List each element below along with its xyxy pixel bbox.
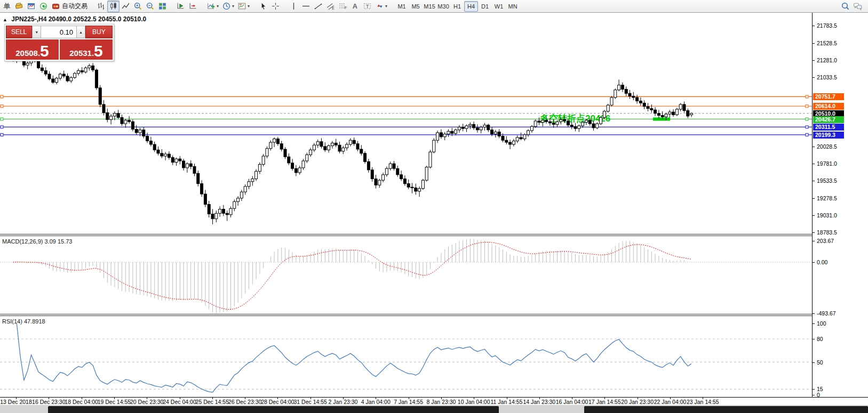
axis-tick-mark [813, 262, 815, 263]
toolbar-button-chart-window[interactable] [25, 1, 37, 12]
toolbar-button-indicators[interactable]: ▾ [205, 1, 220, 12]
candle-body [168, 154, 170, 157]
line-handle[interactable] [1, 95, 3, 98]
horizontal-line-icon [301, 2, 310, 11]
toolbar-button-new-order[interactable] [13, 1, 25, 12]
line-handle[interactable] [1, 133, 3, 136]
toolbar-button-horizontal-line[interactable] [300, 1, 312, 12]
line-handle[interactable] [1, 126, 3, 128]
time-tick-mark [310, 398, 311, 399]
toolbar-button-cursor[interactable] [257, 1, 269, 12]
toolbar-separator [283, 1, 286, 12]
toolbar-button-trend-line[interactable] [312, 1, 324, 12]
line-handle[interactable] [806, 95, 808, 98]
toolbar-button-text-label[interactable]: T [361, 1, 373, 12]
candle-body [690, 114, 693, 115]
line-chart-icon [121, 2, 130, 11]
toolbar-button-vertical-line[interactable] [288, 1, 300, 12]
line-handle[interactable] [806, 118, 808, 120]
toolbar-button-zoom-in[interactable] [132, 1, 144, 12]
timeframe-button-MN[interactable]: MN [506, 1, 520, 12]
toolbar-button-autotrading[interactable]: 自动交易 [50, 1, 89, 12]
candle-body [266, 149, 268, 156]
toolbar-button-periods[interactable]: ▾ [220, 1, 236, 12]
candle-body [349, 140, 352, 144]
price-axis[interactable]: 21783.521528.521281.021033.520028.519781… [812, 13, 868, 405]
collapse-chart-icon[interactable]: ▲ [3, 17, 7, 22]
candle-body [596, 124, 599, 128]
axis-tick-label: 19278.5 [817, 195, 837, 201]
toolbar-button-crosshair[interactable] [269, 1, 282, 12]
candle-body [298, 168, 301, 173]
trend-line-icon [314, 2, 323, 11]
toolbar-button-fibonacci[interactable]: F [337, 1, 349, 12]
line-handle[interactable] [1, 105, 3, 108]
axis-tick-label: -493.67 [817, 310, 836, 317]
autotrading-icon [51, 2, 60, 11]
time-axis[interactable]: 13 Dec 201816 Dec 23:3018 Dec 04:0019 De… [0, 397, 868, 405]
candle-body [186, 164, 188, 168]
time-label: 16 Jan 04:00 [556, 399, 588, 405]
toolbar-button-arrows[interactable]: ▾ [373, 1, 389, 12]
axis-tick-label: 80 [817, 336, 823, 342]
green-highlight-bar[interactable] [653, 118, 670, 121]
axis-tick-label: 19533.5 [817, 177, 837, 184]
candle-body [378, 180, 381, 185]
toolbar-button-order-char[interactable]: 单 [1, 1, 13, 12]
volume-input[interactable] [41, 26, 76, 38]
candle-body [491, 130, 493, 134]
candle-body [342, 148, 345, 151]
equidistant-channel-icon: E [326, 2, 335, 11]
toolbar-button-text[interactable]: A [349, 1, 361, 12]
toolbar-button-candlestick[interactable] [107, 1, 120, 12]
candle-body [106, 112, 109, 119]
line-handle[interactable] [806, 105, 808, 108]
time-tick-mark [277, 398, 278, 399]
time-tick-mark [245, 398, 245, 399]
candle-body [208, 204, 210, 214]
text-label-icon: T [363, 2, 372, 11]
toolbar-button-equidistant-channel[interactable]: E [324, 1, 337, 12]
toolbar-button-chart-shift[interactable] [187, 1, 199, 12]
timeframe-button-M5[interactable]: M5 [409, 1, 423, 12]
candle-body [483, 125, 486, 127]
timeframe-button-H4[interactable]: H4 [464, 1, 478, 12]
pane-splitter[interactable] [0, 234, 868, 236]
line-handle[interactable] [1, 118, 3, 120]
volume-increase-button[interactable]: ▴ [76, 26, 85, 38]
timeframe-button-D1[interactable]: D1 [478, 1, 492, 12]
ohlc-values: 20490.0 20522.5 20455.0 20510.0 [49, 15, 147, 23]
toolbar: 单自动交易▾▾▾EFAT▾M1M5M15M30H1H4D1W1MN [0, 0, 868, 13]
toolbar-button-auto-scroll[interactable] [174, 1, 187, 12]
timeframe-button-H1[interactable]: H1 [450, 1, 464, 12]
candle-body [153, 144, 156, 150]
time-tick-mark [638, 398, 638, 399]
rsi-pane[interactable] [0, 317, 812, 397]
main-chart-pane[interactable]: 多空转折点20426 [0, 13, 812, 234]
line-handle[interactable] [806, 126, 808, 128]
toolbar-button-bar-chart[interactable] [95, 1, 107, 12]
toolbar-button-templates[interactable]: ▾ [236, 1, 251, 12]
toolbar-button-tile-windows[interactable] [156, 1, 169, 12]
buy-button[interactable]: BUY [85, 26, 113, 38]
line-handle[interactable] [806, 133, 808, 136]
timeframe-button-M1[interactable]: M1 [395, 1, 409, 12]
toolbar-button-chat[interactable] [851, 1, 864, 12]
toolbar-button-search[interactable] [839, 1, 851, 12]
sell-button[interactable]: SELL [6, 26, 32, 38]
toolbar-button-mql5[interactable] [37, 1, 50, 12]
volume-decrease-button[interactable]: ▾ [32, 26, 41, 38]
candle-body [458, 127, 460, 130]
macd-pane[interactable] [0, 237, 812, 313]
toolbar-button-zoom-out[interactable] [144, 1, 156, 12]
buy-price-button[interactable]: 20531.5 [60, 39, 113, 60]
timeframe-button-M30[interactable]: M30 [436, 1, 450, 12]
toolbar-button-line-chart[interactable] [120, 1, 132, 12]
sell-price-button[interactable]: 20508.5 [6, 39, 59, 60]
timeframe-button-M15[interactable]: M15 [423, 1, 436, 12]
candle-body [237, 198, 240, 201]
timeframe-button-W1[interactable]: W1 [492, 1, 506, 12]
time-tick-mark [604, 398, 605, 399]
candle-body [276, 139, 279, 144]
pane-splitter[interactable] [0, 314, 868, 316]
